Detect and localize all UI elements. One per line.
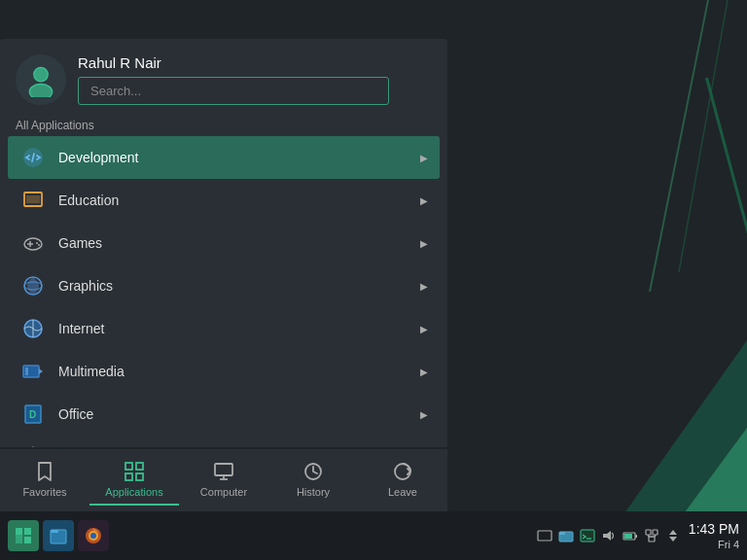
svg-point-16 — [38, 244, 40, 246]
svg-rect-49 — [581, 530, 594, 542]
svg-rect-32 — [215, 464, 232, 475]
svg-rect-40 — [16, 533, 22, 543]
multimedia-label: Multimedia — [58, 364, 409, 379]
tray-terminal-icon — [580, 528, 595, 543]
graphics-label: Graphics — [58, 278, 409, 294]
desktop: Rahul R Nair All Applications Developmen… — [0, 0, 747, 560]
multimedia-icon — [19, 358, 47, 385]
favorites-icon — [34, 461, 55, 482]
taskbar-app-icons — [8, 520, 537, 551]
taskbar-firefox-icon[interactable] — [78, 520, 109, 551]
menu-header: Rahul R Nair — [0, 39, 447, 113]
taskbar-system-tray: 1:43 PM Fri 4 — [537, 520, 739, 551]
development-arrow: ▶ — [420, 153, 428, 163]
svg-rect-28 — [125, 463, 132, 470]
background-decoration — [436, 0, 747, 560]
taskbar-filemanager-icon[interactable] — [43, 520, 74, 551]
app-menu: Rahul R Nair All Applications Developmen… — [0, 39, 447, 511]
svg-marker-51 — [603, 531, 611, 541]
bottom-nav: Favorites Applications — [0, 447, 447, 511]
svg-rect-31 — [136, 473, 143, 480]
favorites-label: Favorites — [22, 486, 66, 498]
games-icon — [19, 229, 47, 257]
office-label: Office — [58, 406, 409, 422]
internet-arrow: ▶ — [420, 324, 428, 334]
education-arrow: ▶ — [420, 195, 428, 206]
user-info: Rahul R Nair — [78, 54, 432, 105]
section-label: All Applications — [0, 113, 447, 136]
education-label: Education — [58, 192, 409, 208]
multimedia-arrow: ▶ — [420, 367, 428, 377]
svg-rect-56 — [653, 530, 658, 535]
office-arrow: ▶ — [420, 409, 428, 420]
menu-item-education[interactable]: Education ▶ — [8, 179, 440, 222]
tray-battery-icon — [622, 528, 638, 543]
tray-updown-icon — [665, 528, 681, 543]
svg-rect-30 — [125, 473, 132, 480]
nav-favorites[interactable]: Favorites — [0, 455, 89, 506]
menu-item-graphics[interactable]: Graphics ▶ — [8, 264, 440, 307]
menu-item-development[interactable]: Development ▶ — [8, 136, 440, 179]
education-icon — [19, 187, 47, 214]
menu-item-internet[interactable]: Internet ▶ — [8, 307, 440, 350]
svg-marker-61 — [669, 530, 677, 535]
svg-rect-53 — [624, 534, 632, 539]
svg-rect-46 — [538, 531, 551, 541]
svg-rect-48 — [559, 532, 565, 535]
clock[interactable]: 1:43 PM Fri 4 — [689, 520, 739, 551]
svg-rect-10 — [26, 195, 40, 203]
office-icon: D — [19, 401, 47, 428]
system-tray-icons — [537, 528, 681, 543]
graphics-arrow: ▶ — [420, 281, 428, 292]
menu-item-games[interactable]: Games ▶ — [8, 222, 440, 264]
taskbar-manjaro-icon[interactable] — [8, 520, 39, 551]
svg-rect-24 — [25, 368, 28, 375]
svg-rect-39 — [24, 537, 31, 543]
nav-leave[interactable]: Leave — [358, 455, 447, 506]
svg-rect-29 — [136, 463, 143, 470]
leave-icon — [392, 461, 413, 482]
internet-icon — [19, 315, 47, 342]
svg-marker-62 — [669, 537, 677, 542]
computer-label: Computer — [200, 486, 247, 498]
user-name: Rahul R Nair — [78, 54, 432, 71]
tray-volume-icon[interactable] — [601, 528, 617, 543]
svg-rect-54 — [635, 535, 637, 538]
games-arrow: ▶ — [420, 238, 428, 249]
settings-icon — [19, 443, 47, 447]
svg-rect-42 — [51, 530, 58, 533]
tray-window-icon — [537, 528, 552, 543]
svg-rect-57 — [649, 537, 655, 542]
nav-computer[interactable]: Computer — [179, 455, 268, 506]
search-input[interactable] — [78, 77, 389, 105]
development-icon — [19, 144, 47, 171]
taskbar: 1:43 PM Fri 4 — [0, 511, 747, 560]
history-label: History — [297, 486, 330, 498]
clock-date: Fri 4 — [689, 538, 739, 551]
svg-rect-38 — [24, 528, 31, 535]
svg-line-1 — [679, 0, 728, 272]
nav-applications[interactable]: Applications — [89, 455, 179, 506]
menu-item-settings[interactable]: Settings ▶ — [8, 436, 440, 447]
svg-marker-23 — [39, 368, 43, 374]
history-icon — [302, 461, 324, 482]
computer-icon — [213, 461, 234, 482]
menu-list: Development ▶ Education ▶ — [0, 136, 447, 447]
svg-point-45 — [90, 533, 96, 539]
games-label: Games — [58, 235, 409, 251]
svg-line-0 — [650, 0, 708, 292]
tray-network-icon — [644, 528, 659, 543]
internet-label: Internet — [58, 321, 409, 336]
clock-time: 1:43 PM — [689, 520, 739, 538]
applications-icon — [124, 461, 145, 482]
graphics-icon — [19, 272, 47, 299]
svg-text:D: D — [29, 409, 36, 420]
development-label: Development — [58, 150, 409, 165]
menu-item-multimedia[interactable]: Multimedia ▶ — [8, 350, 440, 393]
svg-point-15 — [36, 242, 38, 244]
avatar — [16, 54, 66, 105]
tray-folder-icon — [558, 528, 574, 543]
nav-history[interactable]: History — [268, 455, 358, 506]
applications-label: Applications — [105, 486, 162, 498]
menu-item-office[interactable]: D Office ▶ — [8, 393, 440, 436]
